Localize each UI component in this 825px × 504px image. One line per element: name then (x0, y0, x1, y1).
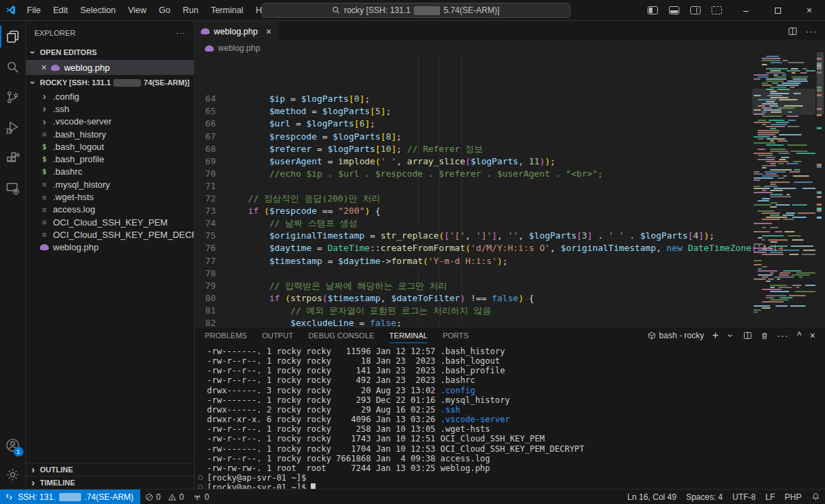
code-line-74[interactable]: 74 // 날짜 스탬프 생성 (195, 217, 815, 230)
php-file-icon (40, 244, 49, 250)
split-terminal-icon[interactable] (743, 331, 752, 340)
code-line-82[interactable]: 82 $excludeLine = false; (195, 317, 815, 327)
close-editor-icon[interactable]: × (41, 63, 47, 72)
settings-gear-icon[interactable] (0, 460, 26, 489)
maximize-panel-icon[interactable]: ^ (797, 331, 802, 340)
code-line-69[interactable]: 69 $userAgent = implode(' ', array_slice… (195, 155, 815, 168)
tree-item-bash-history[interactable]: ≡.bash_history (26, 128, 194, 140)
menu-file[interactable]: File (21, 3, 47, 18)
outline-section[interactable]: › OUTLINE (26, 463, 194, 476)
menu-run[interactable]: Run (177, 3, 205, 18)
split-editor-icon[interactable] (788, 27, 798, 36)
code-line-73[interactable]: 73 if ($respcode == "200") { (195, 205, 815, 217)
kill-terminal-icon[interactable] (760, 331, 769, 340)
panel-tab-bar: PROBLEMSOUTPUTDEBUG CONSOLETERMINALPORTS… (195, 327, 825, 344)
tree-item-access-log[interactable]: ≡access.log (26, 204, 194, 216)
code-line-76[interactable]: 76 $daytime = DateTime::createFromFormat… (195, 242, 815, 254)
editor-scrollbar[interactable] (817, 52, 824, 114)
extensions-icon[interactable] (0, 142, 26, 173)
maximize-button[interactable] (762, 0, 793, 21)
explorer-icon[interactable] (0, 21, 26, 52)
code-editor[interactable]: 64 $ip = $logParts[0];65 $method = $logP… (195, 56, 815, 327)
terminal-instance-label[interactable]: bash - rocky (648, 331, 704, 340)
tree-item-oci-cloud-ssh-key-pem[interactable]: ≡OCI_Cloud_SSH_KEY_PEM (26, 216, 194, 228)
source-control-icon[interactable] (0, 82, 26, 112)
customize-layout-icon[interactable] (712, 6, 722, 14)
menu-go[interactable]: Go (153, 3, 177, 18)
tree-item-vscode-server[interactable]: ›.vscode-server (26, 116, 194, 128)
tab-weblog-php[interactable]: weblog.php × (195, 21, 278, 41)
code-line-79[interactable]: 79 // 입력받은 날짜에 해당하는 로그만 처리 (195, 280, 815, 292)
code-line-67[interactable]: 67 $respcode = $logParts[8]; (195, 131, 815, 143)
tree-item-bashrc[interactable]: $.bashrc (26, 166, 194, 178)
run-debug-icon[interactable] (0, 112, 26, 142)
code-line-68[interactable]: 68 $referer = $logParts[10]; // Referer … (195, 143, 815, 155)
remote-explorer-icon[interactable] (0, 173, 26, 203)
panel-tab-debug-console[interactable]: DEBUG CONSOLE (308, 327, 374, 344)
menu-edit[interactable]: Edit (47, 3, 74, 18)
toggle-panel-icon[interactable] (669, 6, 679, 14)
search-view-icon[interactable] (0, 52, 26, 82)
tree-item-wget-hsts[interactable]: ≡.wget-hsts (26, 190, 194, 203)
toggle-sidebar-icon[interactable] (648, 6, 658, 14)
editor-more-actions-icon[interactable]: ··· (806, 26, 817, 36)
code-line-75[interactable]: 75 $originalTimestamp = str_replace(['['… (195, 230, 815, 242)
command-center-search[interactable]: rocky [SSH: 131.1 5.74(SE-ARM)] (261, 3, 571, 18)
panel-more-actions-icon[interactable]: ··· (777, 331, 789, 340)
code-line-72[interactable]: 72 // 정상적인 응답(200)만 처리 (195, 193, 815, 205)
terminal-dropdown-icon[interactable]: › (726, 331, 736, 340)
notifications-bell-icon[interactable] (806, 492, 825, 501)
command-decoration-icon[interactable] (198, 475, 203, 480)
close-panel-icon[interactable]: × (810, 331, 815, 340)
status-encoding[interactable]: UTF-8 (727, 492, 760, 502)
panel-tab-ports[interactable]: PORTS (443, 327, 469, 344)
tree-item-weblog-php[interactable]: weblog.php (26, 241, 194, 254)
close-window-button[interactable]: × (793, 0, 825, 21)
status-eol[interactable]: LF (760, 492, 780, 502)
toggle-secondary-sidebar-icon[interactable] (690, 6, 701, 14)
explorer-more-actions-icon[interactable]: ··· (176, 29, 186, 37)
status-cursor-position[interactable]: Ln 16, Col 49 (623, 492, 681, 502)
minimap-slider[interactable] (752, 89, 815, 115)
ports-status[interactable]: 0 (188, 490, 214, 504)
menu-view[interactable]: View (122, 3, 153, 18)
menu-terminal[interactable]: Terminal (205, 3, 250, 18)
workspace-section[interactable]: › ROCKY [SSH: 131.1 74(SE-ARM)] (26, 75, 194, 90)
code-line-80[interactable]: 80 if (strpos($timestamp, $dateToFilter)… (195, 292, 815, 305)
code-line-71[interactable]: 71 (195, 180, 815, 193)
tree-item-oci-cloud-ssh-key-pem-decrypt[interactable]: ≡OCI_Cloud_SSH_KEY_PEM_DECRYPT (26, 228, 194, 241)
open-editors-section[interactable]: › OPEN EDITORS (26, 45, 194, 60)
code-line-66[interactable]: 66 $url = $logParts[6]; (195, 118, 815, 130)
chevron-right-icon: › (29, 465, 37, 474)
terminal-line-8: drwxr-xr-x. 6 rocky rocky 4096 Jan 13 03… (207, 415, 825, 424)
code-line-78[interactable]: 78 (195, 267, 815, 280)
timeline-section[interactable]: › TIMELINE (26, 476, 194, 489)
terminal-output[interactable]: -rw-------. 1 rocky rocky 11596 Jan 12 1… (195, 344, 825, 489)
code-line-81[interactable]: 81 // 예외 문자열이 포함된 로그는 처리하지 않음 (195, 305, 815, 317)
breadcrumb[interactable]: weblog.php (195, 41, 825, 56)
panel-tab-terminal[interactable]: TERMINAL (389, 327, 428, 344)
code-line-77[interactable]: 77 $timestamp = $daytime->format('Y-m-d … (195, 255, 815, 267)
code-line-65[interactable]: 65 $method = $logParts[5]; (195, 105, 815, 118)
problems-status[interactable]: 0 0 (140, 490, 188, 504)
code-line-70[interactable]: 70 //echo $ip . $url . $respcode . $refe… (195, 168, 815, 180)
tree-item-config[interactable]: ›.config (26, 90, 194, 102)
tree-item-mysql-history[interactable]: ≡.mysql_history (26, 178, 194, 190)
panel-tab-problems[interactable]: PROBLEMS (205, 327, 247, 344)
remote-indicator[interactable]: SSH: 131. .74(SE-ARM) (0, 490, 140, 504)
new-terminal-icon[interactable]: + (712, 331, 718, 340)
open-editor-weblog[interactable]: × weblog.php (26, 60, 194, 75)
close-tab-icon[interactable]: × (266, 26, 272, 37)
status-language-mode[interactable]: PHP (780, 492, 806, 502)
tree-item-bash-profile[interactable]: $.bash_profile (26, 153, 194, 165)
code-line-64[interactable]: 64 $ip = $logParts[0]; (195, 93, 815, 105)
status-indentation[interactable]: Spaces: 4 (681, 492, 727, 502)
account-icon[interactable]: 1 (0, 430, 26, 460)
tree-item-ssh[interactable]: ›.ssh (26, 102, 194, 115)
tree-item-bash-logout[interactable]: $.bash_logout (26, 140, 194, 153)
minimap[interactable] (752, 56, 815, 320)
panel-tab-output[interactable]: OUTPUT (262, 327, 293, 344)
terminal-line-1: -rw-------. 1 rocky rocky 11596 Jan 12 1… (207, 347, 825, 356)
minimize-button[interactable]: – (730, 0, 762, 21)
menu-selection[interactable]: Selection (74, 3, 122, 18)
